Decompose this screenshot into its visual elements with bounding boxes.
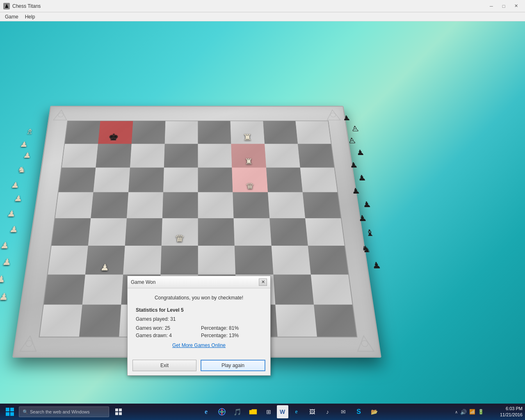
cell-3-0[interactable] [55,192,93,218]
taskbar-skype[interactable]: S [352,405,366,418]
cell-1-0[interactable] [62,144,98,167]
tray-volume[interactable]: 🔊 [460,409,467,415]
system-clock[interactable]: 6:03 PM 11/21/2016 [490,406,523,418]
cell-0-3[interactable] [164,121,198,144]
cell-5-1[interactable]: ♟ [85,246,125,274]
cell-0-2[interactable] [131,121,165,144]
cell-2-0[interactable] [59,167,96,192]
game-menu[interactable]: Game [2,13,22,21]
cell-6-7[interactable] [311,274,352,305]
minimize-button[interactable]: ─ [486,2,497,11]
dialog-close-button[interactable]: ✕ [259,278,267,286]
cell-7-7[interactable] [314,305,356,337]
cell-4-6[interactable] [269,218,308,246]
cell-4-5[interactable] [234,218,272,246]
cell-5-0[interactable] [48,246,88,274]
cell-1-5[interactable]: ♜ [231,144,266,167]
cell-3-4[interactable] [198,192,234,218]
tray-battery[interactable]: 🔋 [478,409,484,415]
taskbar-player[interactable]: 🎵 [230,405,245,418]
cell-4-1[interactable] [88,218,127,246]
start-button[interactable] [2,405,17,418]
cell-1-2[interactable] [130,144,165,167]
cell-0-7[interactable] [295,121,331,144]
cell-5-7[interactable] [308,246,349,274]
cell-1-7[interactable] [298,144,334,167]
cell-4-4[interactable] [198,218,235,246]
close-button[interactable]: ✕ [510,2,522,11]
cell-2-7[interactable] [300,167,337,192]
cell-5-3[interactable] [160,246,198,274]
games-drawn-label: Games drawn: 4 [136,333,197,338]
system-tray: ∧ 🔊 📶 🔋 [452,409,486,415]
taskbar-mail[interactable]: ✉ [336,405,351,418]
taskbar-music[interactable]: ♪ [320,405,335,418]
svg-rect-11 [10,412,14,416]
cell-3-7[interactable] [303,192,341,218]
cell-5-2[interactable] [123,246,162,274]
clock-time: 6:03 PM [490,406,523,412]
cell-2-3[interactable] [163,167,198,192]
cell-3-2[interactable] [127,192,163,218]
cell-7-1[interactable] [79,305,121,337]
taskbar-photos[interactable]: 🖼 [305,405,320,418]
games-drawn-pct: Percentage: 13% [197,333,262,338]
cell-7-0[interactable] [40,305,82,337]
taskbar-explorer[interactable] [246,405,260,418]
cell-5-6[interactable] [271,246,310,274]
cell-2-2[interactable] [128,167,164,192]
wp-side-2: ♟ [19,140,28,148]
games-drawn-pct-label: Percentage: [201,333,228,338]
cell-1-1[interactable] [96,144,132,167]
cell-0-4[interactable] [198,121,231,144]
cell-0-1[interactable]: ♚ [98,121,133,144]
cell-2-6[interactable] [266,167,303,192]
cell-3-6[interactable] [268,192,305,218]
wp-side-6: ♟ [14,194,23,203]
cell-1-6[interactable] [265,144,300,167]
taskbar-files[interactable]: 📂 [367,405,382,418]
wp-side-10: ♟ [2,257,12,267]
help-menu[interactable]: Help [22,13,39,21]
play-again-button[interactable]: Play again [201,360,265,371]
cell-6-0[interactable] [44,274,85,305]
get-more-games-link[interactable]: Get More Games Online [136,342,262,348]
cell-4-2[interactable] [125,218,162,246]
exit-button[interactable]: Exit [132,360,196,371]
cell-4-7[interactable] [305,218,345,246]
games-won-label: Games won: 25 [136,325,197,331]
dialog-body: Congratulations, you won by checkmate! S… [128,288,270,357]
cell-1-4[interactable] [198,144,232,167]
restore-button[interactable]: □ [498,2,509,11]
cell-4-0[interactable] [52,218,91,246]
cell-0-5[interactable]: ♜ [231,121,265,144]
cell-4-3[interactable]: ♛ [161,218,198,246]
taskbar-edge[interactable]: e [199,405,214,418]
cell-7-6[interactable] [275,305,317,337]
cell-3-3[interactable] [162,192,198,218]
svg-marker-4 [20,336,38,352]
task-view-button[interactable] [112,405,126,418]
games-won-row: Games won: 25 Percentage: 81% [136,325,262,331]
tray-arrow[interactable]: ∧ [455,410,458,414]
search-bar[interactable]: 🔍 Search the web and Windows [19,406,109,417]
cell-1-3[interactable] [164,144,198,167]
taskbar-word[interactable]: W [277,405,288,418]
cell-5-4[interactable] [198,246,236,274]
tray-network[interactable]: 📶 [469,409,475,415]
cell-3-1[interactable] [91,192,128,218]
cell-5-5[interactable] [235,246,273,274]
taskbar-ie[interactable]: e [289,405,304,418]
cell-6-1[interactable] [82,274,123,305]
cell-2-4[interactable] [198,167,233,192]
cell-3-5[interactable] [233,192,269,218]
cell-0-0[interactable] [65,121,100,144]
taskbar-calculator[interactable]: ⊞ [261,405,276,418]
taskbar-chrome[interactable] [215,405,229,418]
svg-rect-14 [115,412,118,415]
cell-6-6[interactable] [273,274,314,305]
cell-0-6[interactable] [263,121,298,144]
cell-2-5[interactable]: ♛ [232,167,268,192]
cell-2-1[interactable] [94,167,130,192]
taskbar: 🔍 Search the web and Windows e 🎵 ⊞ [0,404,525,420]
